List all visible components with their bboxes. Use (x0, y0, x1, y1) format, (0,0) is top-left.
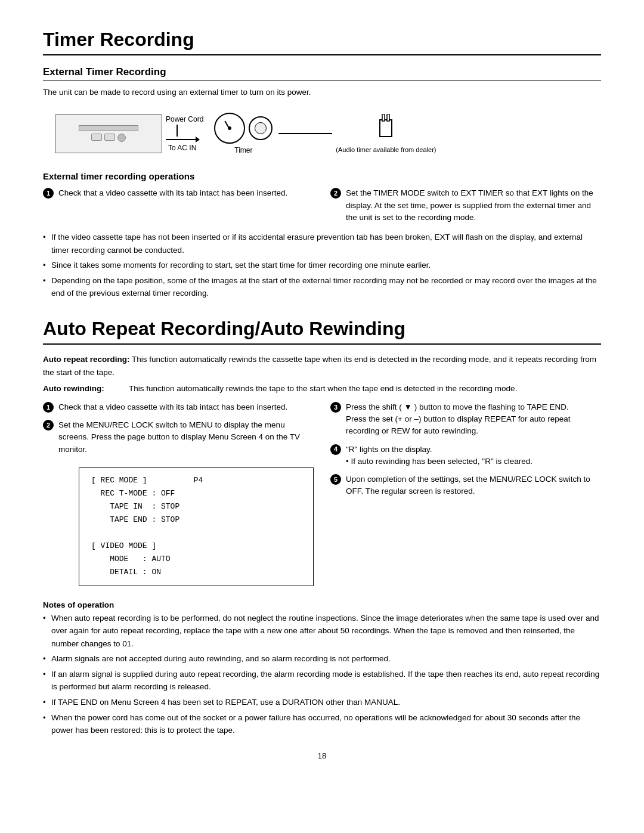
def2-term: Auto rewinding: (43, 382, 126, 395)
def1-row: Auto repeat recording: This function aut… (43, 353, 601, 379)
step-1-text: Check that a video cassette with its tab… (58, 187, 287, 224)
auto-step-2-num: 2 (43, 420, 54, 431)
section1-bullets: If the video cassette tape has not been … (43, 231, 601, 300)
auto-step-5-text: Upon completion of the settings, set the… (346, 473, 601, 498)
step-2-num: 2 (330, 188, 341, 199)
section1-intro: The unit can be made to record using an … (43, 86, 601, 98)
h-line (278, 133, 332, 134)
auto-step-5: 5 Upon completion of the settings, set t… (330, 473, 601, 498)
definitions-area: Auto repeat recording: This function aut… (43, 353, 601, 395)
menu-screen-box: [ REC MODE ] P4 REC T-MODE : OFF TAPE IN… (79, 467, 314, 586)
menu-line-6: [ VIDEO MODE ] (91, 540, 301, 553)
step-2-text: Set the TIMER MODE switch to EXT TIMER s… (346, 187, 601, 224)
auto-steps-container: 1 Check that a video cassette with its t… (43, 401, 601, 594)
menu-line-4: TAPE END : STOP (91, 513, 301, 527)
vcr-knob (117, 134, 126, 142)
steps-container: 1 Check that a video cassette with its t… (43, 187, 601, 224)
menu-line-7: MODE : AUTO (91, 553, 301, 566)
notes-bullet-1: When auto repeat recording is to be perf… (43, 612, 601, 651)
vcr-device (55, 114, 162, 153)
plug-area: (Audio timer available from dealer) (336, 114, 436, 153)
arrow-vertical (177, 125, 178, 137)
auto-step-3-text: Press the shift ( ▼ ) button to move the… (346, 401, 601, 438)
auto-step-3: 3 Press the shift ( ▼ ) button to move t… (330, 401, 601, 438)
timer-device (214, 113, 273, 144)
menu-line-2: REC T-MODE : OFF (91, 487, 301, 500)
notes-bullet-2: Alarm signals are not accepted during au… (43, 652, 601, 665)
menu-line-1: [ REC MODE ] P4 (91, 474, 301, 487)
svg-rect-0 (380, 120, 392, 137)
auto-step-1: 1 Check that a video cassette with its t… (43, 401, 314, 413)
page-title: Timer Recording (43, 29, 601, 55)
auto-step-4-num: 4 (330, 444, 341, 455)
timer-device-area: Timer (214, 113, 273, 154)
notes-title: Notes of operation (43, 600, 601, 609)
notes-bullets: When auto repeat recording is to be perf… (43, 612, 601, 737)
bullet-1: If the video cassette tape has not been … (43, 231, 601, 256)
menu-line-3: TAPE IN : STOP (91, 500, 301, 513)
section2-title: Auto Repeat Recording/Auto Rewinding (43, 318, 601, 345)
auto-step-5-num: 5 (330, 474, 341, 485)
section1-subtitle: External Timer Recording (43, 66, 601, 80)
timer-clock-face (214, 113, 245, 144)
auto-step-1-text: Check that a video cassette with its tab… (58, 401, 287, 413)
vcr-btn-1 (91, 134, 102, 141)
arrow-head (196, 137, 200, 143)
step-1: 1 Check that a video cassette with its t… (43, 187, 314, 224)
def2-row: Auto rewinding: This function automatica… (43, 382, 601, 395)
timer-knob-inner (255, 122, 267, 134)
svg-rect-2 (387, 114, 389, 121)
connect-line (278, 133, 332, 134)
notes-bullet-5: When the power cord has come out of the … (43, 711, 601, 737)
notes-bullet-3: If an alarm signal is supplied during au… (43, 668, 601, 693)
vcr-slot (79, 125, 138, 131)
plug-icon (375, 114, 397, 144)
menu-line-5 (91, 527, 301, 540)
auto-steps-right: 3 Press the shift ( ▼ ) button to move t… (330, 401, 601, 594)
step-1-num: 1 (43, 188, 54, 199)
menu-line-8: DETAIL : ON (91, 566, 301, 579)
bullet-3: Depending on the tape position, some of … (43, 274, 601, 300)
def2-text: This function automatically rewinds the … (129, 382, 601, 395)
auto-step-3-num: 3 (330, 402, 341, 413)
to-ac-in-label: To AC IN (168, 144, 196, 152)
vcr-btn-2 (104, 134, 115, 141)
step-2: 2 Set the TIMER MODE switch to EXT TIMER… (330, 187, 601, 224)
auto-step-4: 4 "R" lights on the display. • If auto r… (330, 444, 601, 468)
arrow-horizontal (166, 139, 196, 140)
operations-title: External timer recording operations (43, 171, 601, 181)
auto-step-2-text: Set the MENU/REC LOCK switch to MENU to … (58, 419, 314, 456)
power-cord-connection: Power Cord To AC IN (166, 115, 203, 152)
auto-step-2: 2 Set the MENU/REC LOCK switch to MENU t… (43, 419, 314, 456)
vcr-controls (91, 134, 126, 142)
audio-timer-label: (Audio timer available from dealer) (336, 146, 436, 153)
auto-step-4-text: "R" lights on the display. • If auto rew… (346, 444, 532, 468)
diagram-area: Power Cord To AC IN Timer (43, 107, 601, 160)
auto-step-1-num: 1 (43, 402, 54, 413)
timer-knob-device (249, 116, 273, 140)
svg-rect-1 (382, 114, 385, 121)
bullet-2: Since it takes some moments for recordin… (43, 259, 601, 272)
page-number: 18 (43, 751, 601, 760)
auto-steps-left: 1 Check that a video cassette with its t… (43, 401, 314, 594)
power-cord-label: Power Cord (166, 115, 203, 123)
timer-hand (225, 121, 230, 130)
notes-bullet-4: If TAPE END on Menu Screen 4 has been se… (43, 696, 601, 709)
def1-term: Auto repeat recording: (43, 355, 130, 364)
timer-label: Timer (234, 146, 252, 154)
